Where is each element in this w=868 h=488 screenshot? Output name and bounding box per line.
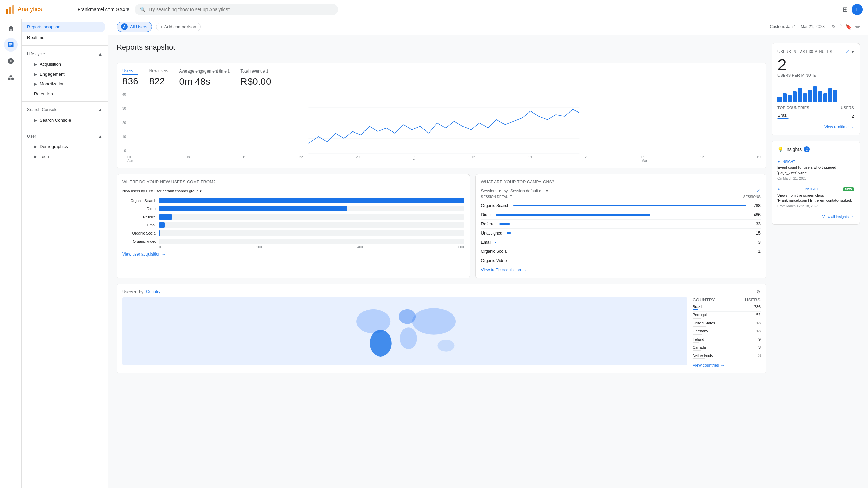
channel-group-dropdown[interactable]: New users by First user default channel … <box>122 189 202 194</box>
add-comparison-button[interactable]: + Add comparison <box>156 23 201 31</box>
campaign-value-3: 15 <box>750 231 761 236</box>
map-settings-icon[interactable]: ⚙ <box>756 289 761 294</box>
realtime-label: Realtime <box>27 35 44 40</box>
avg-engagement-info-icon[interactable]: ℹ <box>228 68 230 74</box>
campaign-bar-container-6 <box>511 260 746 261</box>
campaign-bar-5 <box>512 251 512 252</box>
view-acquisition-arrow-icon: → <box>162 252 166 257</box>
campaign-row-4: Email 3 <box>481 238 761 247</box>
svg-rect-2 <box>12 5 14 14</box>
world-map-visual <box>122 297 687 368</box>
view-traffic-arrow-icon: → <box>522 268 527 272</box>
avg-engagement-value: 0m 48s <box>179 76 230 87</box>
campaign-value-1: 486 <box>750 212 761 217</box>
topbar-actions: ⊞ F <box>843 4 863 15</box>
users-label: Users <box>122 68 138 75</box>
view-traffic-acquisition-link[interactable]: View traffic acquisition → <box>481 268 761 272</box>
realtime-chevron-icon[interactable]: ▾ <box>852 49 854 54</box>
sidebar-item-search-console[interactable]: ▶ Search Console <box>22 115 105 125</box>
country-table-row-5: Canada 3 <box>693 344 761 352</box>
share-icon[interactable]: ⤴ <box>839 24 842 30</box>
sidebar-item-retention[interactable]: Retention <box>22 89 105 99</box>
users-map-chevron-icon: ▾ <box>134 290 136 294</box>
reports-icon-button[interactable] <box>4 38 18 52</box>
page-content: Reports snapshot Users 836 New users 822 <box>108 35 868 382</box>
sidebar-item-monetization[interactable]: ▶ Monetization <box>22 79 105 89</box>
side-icon-rail <box>0 19 22 488</box>
x-12: 12 <box>471 155 475 163</box>
sidebar-lifecycle-group[interactable]: Life cycle ▲ <box>22 48 108 59</box>
insight-tag-1: ✦ INSIGHT NEW <box>777 187 854 191</box>
sidebar-divider-1 <box>22 45 108 46</box>
total-revenue-label: Total revenue ℹ <box>240 68 271 75</box>
bar-track-1 <box>159 206 464 211</box>
explore-icon-button[interactable] <box>4 54 18 68</box>
sidebar-searchconsole-group[interactable]: Search Console ▲ <box>22 104 108 115</box>
line-chart-svg <box>127 93 761 154</box>
country-dropdown[interactable]: Country <box>146 289 160 294</box>
insight-star-icon-0: ✦ <box>777 160 780 164</box>
users-map-dropdown[interactable]: Users ▾ <box>122 290 136 294</box>
sessions-header: Sessions ▾ by Session default c... ▾ ✓ <box>481 188 761 194</box>
campaign-bar-4 <box>495 242 496 243</box>
x-29: 29 <box>356 155 360 163</box>
view-user-acquisition-link[interactable]: View user acquisition → <box>122 252 464 257</box>
country-value-5: 3 <box>758 345 761 351</box>
edit-icon[interactable]: ✎ <box>831 24 836 30</box>
demographics-label: Demographics <box>40 144 68 149</box>
new-users-x-labels: 0 200 400 600 <box>122 245 464 249</box>
realtime-count: 2 <box>777 57 854 73</box>
campaign-bar-3 <box>507 232 511 234</box>
col-sessions: SESSIONS <box>743 195 761 199</box>
country-progress-6 <box>693 358 705 359</box>
country-table-container: COUNTRY USERS Brazil 736 Portugal 52 Uni… <box>693 297 761 368</box>
search-bar[interactable]: 🔍 <box>135 4 338 15</box>
view-all-insights-link[interactable]: View all insights → <box>777 214 854 219</box>
sidebar-user-group[interactable]: User ▲ <box>22 131 108 142</box>
realtime-bar-0 <box>777 97 782 102</box>
pencil-icon[interactable]: ✏ <box>855 24 860 30</box>
advertising-icon-button[interactable] <box>4 70 18 84</box>
new-users-value: 822 <box>149 76 169 87</box>
home-icon-button[interactable] <box>4 22 18 35</box>
country-value-1: 52 <box>756 313 761 319</box>
line-chart-container: 40 30 20 10 0 <box>122 93 761 163</box>
search-input[interactable] <box>148 7 333 12</box>
insight-star-icon-1: ✦ <box>777 187 780 191</box>
sidebar-item-engagement[interactable]: ▶ Engagement <box>22 69 105 79</box>
campaign-name-3: Unassigned <box>481 231 502 236</box>
bookmark-icon[interactable]: 🔖 <box>845 24 852 30</box>
campaigns-col-header: SESSION DEFAULT — SESSIONS <box>481 195 761 199</box>
sessions-dropdown[interactable]: Sessions ▾ <box>481 189 501 194</box>
insights-bulb-icon: 💡 <box>777 147 783 152</box>
view-countries-link[interactable]: View countries → <box>693 363 761 368</box>
campaign-row-5: Organic Social 1 <box>481 247 761 256</box>
campaign-value-4: 3 <box>750 240 761 245</box>
svg-point-14 <box>412 308 456 335</box>
country-progress-5 <box>693 350 701 351</box>
realtime-controls: ✓ ▾ <box>846 49 854 54</box>
campaign-name-1: Direct <box>481 212 492 217</box>
new-users-bar-chart: Organic Search Direct Referral Email Org… <box>122 198 464 244</box>
country-name-1: Portugal <box>693 313 707 319</box>
realtime-bar-10 <box>828 88 832 102</box>
country-progress-2 <box>693 326 706 327</box>
sidebar-item-reports-snapshot[interactable]: Reports snapshot <box>22 22 105 32</box>
sidebar-item-realtime[interactable]: Realtime <box>22 32 105 43</box>
search-icon: 🔍 <box>140 7 145 12</box>
campaign-name-4: Email <box>481 240 491 245</box>
campaign-row-0: Organic Search 788 <box>481 201 761 210</box>
bottom-cards: WHERE DO YOUR NEW USERS COME FROM? New u… <box>117 174 766 278</box>
account-selector[interactable]: Frankmarcel.com GA4 ▾ <box>72 6 129 13</box>
apps-icon[interactable]: ⊞ <box>843 6 848 13</box>
sidebar-item-acquisition[interactable]: ▶ Acquisition <box>22 59 105 69</box>
sidebar-item-tech[interactable]: ▶ Tech <box>22 151 105 161</box>
total-revenue-info-icon[interactable]: ℹ <box>266 68 268 74</box>
session-default-dropdown[interactable]: Session default c... ▾ <box>510 189 548 194</box>
view-realtime-link[interactable]: View realtime → <box>777 125 854 129</box>
all-users-badge[interactable]: A All Users <box>117 22 152 32</box>
user-avatar[interactable]: F <box>852 4 863 15</box>
view-realtime-arrow-icon: → <box>850 125 854 129</box>
col-country-header: COUNTRY <box>693 297 715 302</box>
sidebar-item-demographics[interactable]: ▶ Demographics <box>22 142 105 151</box>
